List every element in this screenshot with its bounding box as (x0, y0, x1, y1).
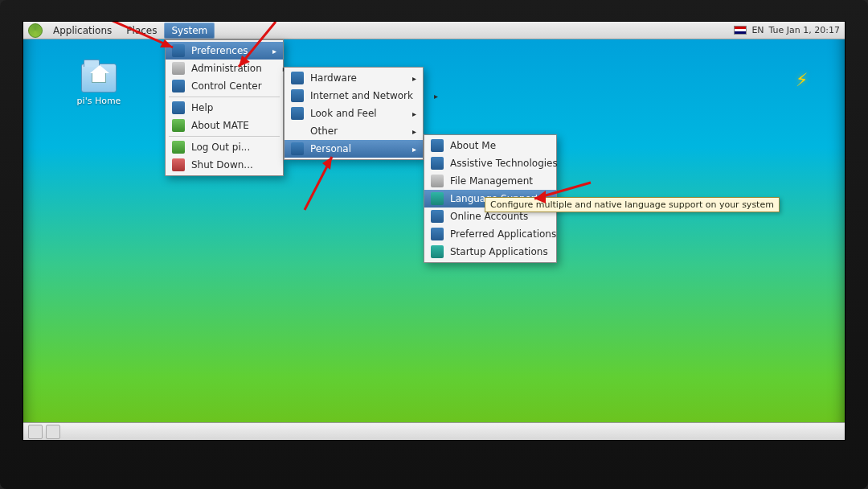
mate-logo-icon[interactable] (28, 23, 43, 38)
menu-item-personal[interactable]: Personal (285, 140, 423, 158)
control-icon (172, 80, 185, 92)
system-tray: EN Tue Jan 1, 20:17 (734, 25, 845, 35)
prefapp-icon (431, 228, 444, 240)
window-list-button[interactable] (46, 425, 60, 439)
menu-item-control-center[interactable]: Control Center (166, 77, 283, 95)
desktop-home-label: pi's Home (77, 96, 121, 106)
fileman-icon (431, 175, 444, 187)
menu-system[interactable]: System (164, 23, 215, 39)
menu-item-preferences[interactable]: Preferences (166, 42, 283, 60)
menu-item-file-management[interactable]: File Management (424, 172, 556, 190)
logout-icon (172, 141, 185, 154)
menu-item-shutdown[interactable]: Shut Down... (166, 156, 283, 174)
menu-item-about-me[interactable]: About Me (424, 137, 556, 154)
svg-line-4 (305, 157, 332, 210)
clock[interactable]: Tue Jan 1, 20:17 (769, 25, 840, 35)
hardware-icon (291, 72, 304, 84)
menu-item-other[interactable]: Other (285, 122, 423, 140)
menu-item-assistive[interactable]: Assistive Technologies (424, 154, 556, 172)
help-icon (172, 101, 185, 114)
show-desktop-button[interactable] (28, 425, 43, 439)
menu-item-preferred-apps[interactable]: Preferred Applications (424, 225, 556, 243)
menu-places[interactable]: Places (119, 23, 164, 39)
menu-item-hardware[interactable]: Hardware (285, 69, 423, 87)
lookfeel-icon (291, 107, 304, 120)
menu-item-internet-network[interactable]: Internet and Network (285, 87, 423, 105)
startup-icon (431, 245, 444, 258)
menu-item-about-mate[interactable]: About MATE (166, 117, 283, 134)
preferences-submenu: Hardware Internet and Network Look and F… (284, 67, 424, 160)
menu-item-administration[interactable]: Administration (166, 60, 283, 77)
annotation-arrow (287, 152, 351, 216)
admin-icon (172, 62, 185, 75)
keyboard-layout-icon[interactable] (734, 26, 747, 35)
menu-item-startup-apps[interactable]: Startup Applications (424, 243, 556, 261)
language-icon (431, 192, 444, 205)
network-icon (291, 89, 304, 102)
assistive-icon (431, 157, 444, 170)
personal-icon (291, 142, 304, 155)
online-icon (431, 210, 444, 223)
top-panel: Applications Places System EN Tue Jan 1,… (23, 22, 845, 39)
preferences-icon (172, 44, 185, 57)
bottom-panel (23, 422, 845, 440)
desktop[interactable]: Applications Places System EN Tue Jan 1,… (23, 21, 845, 441)
aboutme-icon (431, 139, 444, 152)
charging-icon: ⚡ (796, 69, 808, 90)
system-dropdown: Preferences Administration Control Cente… (165, 39, 284, 176)
menu-item-look-feel[interactable]: Look and Feel (285, 105, 423, 122)
desktop-home-icon[interactable]: pi's Home (70, 64, 128, 106)
about-icon (172, 119, 185, 132)
folder-icon (81, 64, 117, 92)
shutdown-icon (172, 158, 185, 171)
menu-item-help[interactable]: Help (166, 99, 283, 117)
keyboard-layout-label[interactable]: EN (751, 25, 764, 35)
menu-item-logout[interactable]: Log Out pi... (166, 138, 283, 156)
tooltip-language-support: Configure multiple and native language s… (485, 197, 780, 212)
menu-applications[interactable]: Applications (46, 23, 119, 39)
other-icon (291, 125, 304, 138)
